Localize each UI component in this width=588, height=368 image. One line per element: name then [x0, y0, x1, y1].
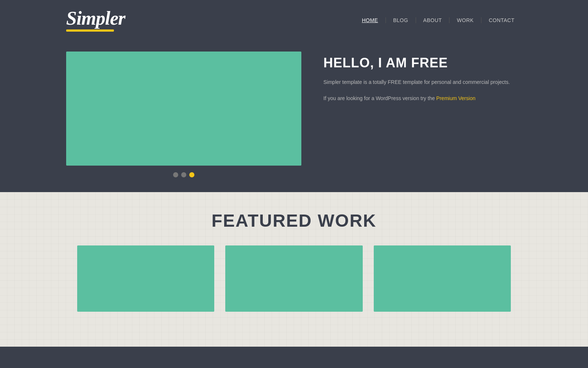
featured-card-2[interactable]	[225, 245, 362, 312]
featured-card-image-3	[374, 245, 511, 312]
premium-link[interactable]: Premium Version	[436, 95, 476, 101]
nav-contact[interactable]: CONTACT	[481, 17, 522, 23]
main-nav: HOME BLOG ABOUT WORK CONTACT	[355, 17, 522, 23]
featured-grid	[77, 245, 511, 312]
logo-text: Simpler	[66, 9, 125, 28]
slider-dots	[66, 172, 301, 177]
nav-blog[interactable]: BLOG	[386, 17, 416, 23]
featured-card-image-1	[77, 245, 214, 312]
dot-3[interactable]	[189, 172, 194, 177]
featured-card-3[interactable]	[374, 245, 511, 312]
hero-image-wrap	[66, 52, 301, 177]
dot-2[interactable]	[181, 172, 186, 177]
featured-card-image-2	[225, 245, 362, 312]
nav-home[interactable]: HOME	[355, 17, 386, 23]
hero-section: HELLO, I AM FREE Simpler template is a t…	[0, 40, 588, 192]
featured-card-1[interactable]	[77, 245, 214, 312]
nav-about[interactable]: ABOUT	[416, 17, 450, 23]
featured-section: FEATURED WORK	[0, 192, 588, 347]
nav-work[interactable]: WORK	[449, 17, 481, 23]
logo-underline	[66, 29, 114, 32]
hero-image	[66, 52, 301, 166]
hero-description-2-text: If you are looking for a WordPress versi…	[323, 95, 435, 101]
hero-text-block: HELLO, I AM FREE Simpler template is a t…	[323, 52, 522, 103]
hero-title: HELLO, I AM FREE	[323, 55, 522, 71]
featured-title: FEATURED WORK	[77, 210, 511, 231]
hero-description-1: Simpler template is a totally FREE templ…	[323, 78, 522, 87]
site-header: Simpler HOME BLOG ABOUT WORK CONTACT	[0, 0, 588, 40]
hero-description-2: If you are looking for a WordPress versi…	[323, 94, 522, 103]
dot-1[interactable]	[173, 172, 178, 177]
logo[interactable]: Simpler	[66, 9, 125, 32]
